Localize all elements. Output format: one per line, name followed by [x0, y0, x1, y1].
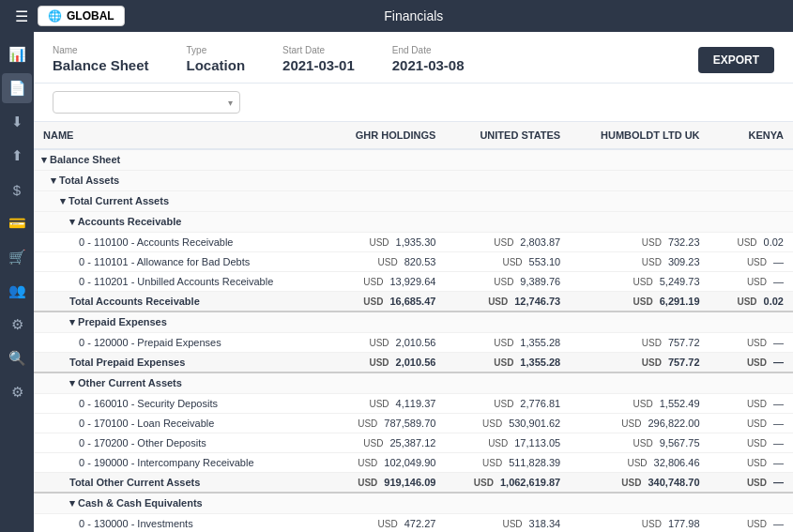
sidebar-item-payments[interactable]: 💳 [2, 208, 32, 238]
currency-label: USD [474, 478, 494, 488]
row-cell-1: USD2,803.87 [445, 233, 570, 252]
amount-value: 0.02 [764, 296, 784, 307]
table-row: Total Prepaid ExpensesUSD2,010.56USD1,35… [34, 353, 793, 373]
currency-label: USD [482, 458, 502, 468]
table-row: 0 - 190000 - Intercompany ReceivableUSD1… [34, 453, 793, 473]
currency-label: USD [369, 399, 389, 409]
amount-value: 511,828.39 [509, 457, 560, 468]
row-name: 0 - 110100 - Accounts Receivable [34, 233, 328, 252]
report-start-group: Start Date 2021-03-01 [282, 45, 355, 73]
row-name: 0 - 160010 - Security Deposits [34, 394, 328, 414]
table-row: ▾ Total Assets [34, 171, 793, 191]
row-cell-0: USD820.53 [328, 252, 446, 272]
row-name: ▾ Total Assets [34, 171, 328, 191]
currency-label: USD [488, 296, 508, 307]
currency-label: USD [502, 519, 522, 529]
sidebar-item-settings1[interactable]: ⚙ [2, 310, 32, 340]
currency-label: USD [378, 257, 398, 267]
row-cell-1: USD530,901.62 [445, 414, 570, 433]
row-cell-0 [328, 191, 446, 212]
amount-value: 16,685.47 [389, 296, 435, 307]
row-name: 0 - 110201 - Unbilled Accounts Receivabl… [34, 272, 328, 292]
filter-dropdown[interactable] [53, 91, 240, 114]
global-label: GLOBAL [67, 9, 114, 23]
currency-label: USD [633, 296, 653, 307]
row-cell-3 [709, 191, 793, 212]
row-cell-0 [328, 493, 446, 514]
row-cell-0: USD102,049.90 [328, 453, 446, 473]
amount-value: — [773, 337, 784, 348]
amount-value: 1,355.28 [520, 337, 560, 348]
table-row: ▾ Total Current Assets [34, 191, 793, 212]
table-row: Total Other Current AssetsUSD919,146.09U… [34, 473, 793, 494]
sidebar-item-download[interactable]: ⬇ [2, 107, 32, 137]
end-label: End Date [392, 45, 465, 55]
table-row: ▾ Accounts Receivable [34, 212, 793, 233]
col-uk-header: HUMBOLDT LTD UK [570, 122, 709, 149]
amount-value: — [773, 418, 784, 429]
row-cell-0: USD13,929.64 [328, 272, 446, 292]
currency-label: USD [642, 338, 662, 348]
table-row: 0 - 110100 - Accounts ReceivableUSD1,935… [34, 233, 793, 252]
report-name-group: Name Balance Sheet [53, 45, 149, 73]
sidebar-item-search[interactable]: 🔍 [2, 343, 32, 373]
currency-label: USD [378, 519, 398, 529]
row-cell-0 [328, 171, 446, 191]
currency-label: USD [621, 418, 641, 429]
row-cell-1 [445, 171, 570, 191]
row-cell-0: USD16,685.47 [328, 292, 446, 312]
amount-value: — [773, 518, 784, 529]
row-cell-2: USD6,291.19 [570, 292, 709, 312]
export-button[interactable]: EXPORT [698, 47, 774, 73]
row-cell-2: USD309.23 [570, 252, 709, 272]
amount-value: 6,291.19 [660, 296, 700, 307]
row-cell-1 [445, 493, 570, 514]
row-cell-3: USD— [709, 414, 793, 433]
amount-value: 2,803.87 [520, 236, 560, 248]
row-cell-2: USD177.98 [570, 514, 709, 533]
currency-label: USD [747, 357, 767, 368]
row-cell-0: USD919,146.09 [328, 473, 446, 494]
row-cell-3: USD— [709, 333, 793, 353]
currency-label: USD [642, 357, 662, 368]
row-name: Total Accounts Receivable [34, 292, 328, 312]
report-end-group: End Date 2021-03-08 [392, 45, 465, 73]
sidebar-item-upload[interactable]: ⬆ [2, 141, 32, 171]
amount-value: 2,010.56 [396, 337, 436, 348]
main-content: Name Balance Sheet Type Location Start D… [34, 32, 793, 532]
currency-label: USD [747, 399, 767, 409]
amount-value: 25,387.12 [389, 437, 435, 448]
row-cell-3: USD— [709, 433, 793, 453]
currency-label: USD [633, 277, 653, 287]
amount-value: 1,552.49 [660, 398, 700, 409]
row-cell-0: USD787,589.70 [328, 414, 446, 433]
amount-value: 4,119.37 [396, 398, 436, 409]
sidebar-item-users[interactable]: 👥 [2, 276, 32, 306]
row-cell-2 [570, 191, 709, 212]
global-button[interactable]: 🌐 GLOBAL [38, 6, 125, 26]
currency-label: USD [358, 418, 377, 429]
filter-row: ▾ [34, 84, 793, 122]
sidebar: 📊 📄 ⬇ ⬆ $ 💳 🛒 👥 ⚙ 🔍 ⚙ [0, 32, 34, 532]
amount-value: 1,355.28 [520, 357, 560, 368]
row-cell-1: USD12,746.73 [445, 292, 570, 312]
table-row: 0 - 160010 - Security DepositsUSD4,119.3… [34, 394, 793, 414]
row-cell-2 [570, 372, 709, 394]
row-cell-2 [570, 312, 709, 333]
row-cell-0 [328, 312, 446, 333]
row-cell-2 [570, 171, 709, 191]
sidebar-item-settings2[interactable]: ⚙ [2, 377, 32, 407]
globe-icon: 🌐 [48, 9, 62, 23]
amount-value: — [773, 357, 784, 368]
row-name: ▾ Accounts Receivable [34, 212, 328, 233]
amount-value: 177.98 [668, 518, 700, 529]
sidebar-item-reports[interactable]: 📄 [2, 73, 32, 103]
sidebar-item-analytics[interactable]: 📊 [2, 39, 32, 69]
table-row: 0 - 110201 - Unbilled Accounts Receivabl… [34, 272, 793, 292]
menu-icon[interactable]: ☰ [15, 8, 28, 25]
amount-value: 318.34 [529, 518, 561, 529]
row-cell-2 [570, 149, 709, 171]
sidebar-item-orders[interactable]: 🛒 [2, 242, 32, 272]
sidebar-item-finance[interactable]: $ [2, 175, 32, 205]
currency-label: USD [633, 438, 653, 448]
